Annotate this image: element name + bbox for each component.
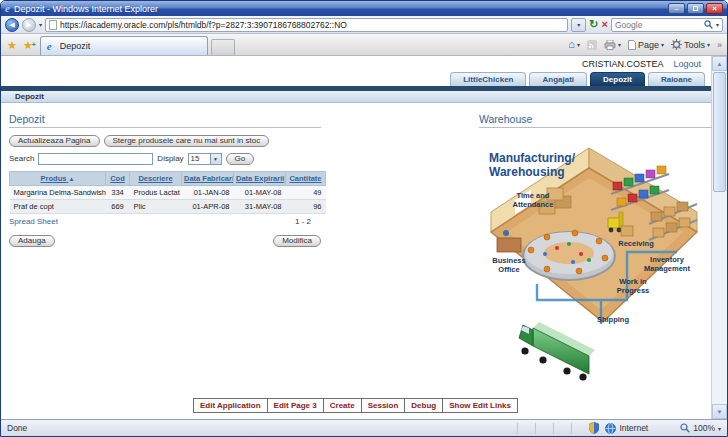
go-button[interactable]: Go (226, 153, 255, 165)
new-tab-stub[interactable] (211, 39, 235, 55)
region-depozit: Depozit Actualizeaza Pagina Sterge produ… (9, 113, 321, 247)
tab-angajati[interactable]: Angajati (529, 72, 587, 86)
address-dropdown-button[interactable]: ▾ (571, 18, 586, 32)
scroll-up-icon[interactable]: ▲ (712, 56, 727, 71)
security-zone[interactable]: Internet (605, 423, 648, 434)
protected-mode-shield-icon (589, 422, 599, 434)
zoom-dropdown-icon[interactable]: ▾ (718, 425, 721, 432)
zoom-control[interactable]: 100% ▾ (680, 423, 721, 433)
col-header-cod[interactable]: Cod (106, 171, 130, 185)
magnifier-icon[interactable] (704, 20, 713, 29)
col-header-cantitate[interactable]: Cantitate (286, 171, 326, 185)
shipping-truck (519, 322, 595, 381)
status-bar: Done Internet (1, 419, 727, 436)
refresh-icon[interactable]: ↻ (589, 19, 598, 30)
address-input[interactable]: https://iacademy.oracle.com/pls/htmldb/f… (45, 18, 568, 32)
close-button[interactable]: × (706, 3, 723, 14)
tools-dropdown-icon: ▾ (707, 41, 710, 48)
spread-sheet-link[interactable]: Spread Sheet (9, 217, 58, 226)
add-favorite-icon[interactable]: ★+ (23, 38, 33, 52)
dev-debug[interactable]: Debug (404, 398, 443, 413)
purge-products-button[interactable]: Sterge produsele care nu mai sunt in sto… (104, 135, 270, 147)
status-separator (517, 423, 529, 434)
print-button[interactable]: ▾ (604, 40, 621, 50)
cell-descriere: Produs Lactat (130, 185, 182, 199)
restore-button[interactable] (687, 3, 704, 14)
table-row: Margarina Delma-Sandwish 334 Produs Lact… (10, 185, 326, 199)
page-menu-button[interactable]: Page ▾ (628, 40, 664, 50)
modify-button[interactable]: Modifica (273, 235, 321, 247)
tab-littlechicken[interactable]: LittleChicken (450, 72, 526, 86)
pagination-range: 1 - 2 (295, 217, 321, 226)
web-page: CRISTIAN.COSTEA Logout LittleChicken Ang… (1, 56, 711, 419)
search-dropdown-icon[interactable]: ▾ (716, 21, 719, 28)
scroll-down-icon[interactable]: ▼ (712, 404, 727, 419)
browser-search-input[interactable] (615, 20, 701, 30)
sort-asc-icon: ▲ (68, 176, 74, 182)
browser-window: e Depozit - Windows Internet Explorer – … (0, 0, 728, 437)
region-title-depozit: Depozit (9, 113, 321, 128)
col-header-data-fabricarii[interactable]: Data Fabricarii (182, 171, 234, 185)
favorites-icon[interactable]: ★ (7, 38, 17, 52)
breadcrumb-item[interactable]: Depozit (15, 92, 44, 101)
address-bar: ◀ ▶ ▾ https://iacademy.oracle.com/pls/ht… (1, 16, 727, 34)
dev-edit-page[interactable]: Edit Page 3 (267, 398, 324, 413)
dev-edit-application[interactable]: Edit Application (193, 398, 268, 413)
add-button[interactable]: Adauga (9, 235, 55, 247)
status-separator (535, 423, 547, 434)
search-label: Search (9, 154, 34, 163)
select-arrow-icon: ▼ (210, 154, 221, 164)
label-shipping: Shipping (597, 315, 629, 324)
dev-show-edit-links[interactable]: Show Edit Links (442, 398, 518, 413)
dev-create[interactable]: Create (323, 398, 362, 413)
products-table: Produs ▲ Cod Descriere Data Fabricarii D… (9, 171, 326, 214)
dev-session[interactable]: Session (361, 398, 406, 413)
stop-icon[interactable]: × (602, 19, 608, 30)
col-header-produs[interactable]: Produs ▲ (10, 171, 106, 185)
display-select[interactable]: 15 ▼ (188, 153, 222, 165)
logout-link[interactable]: Logout (674, 59, 702, 69)
col-header-data-expirarii[interactable]: Data Expirarii (234, 171, 286, 185)
page-favicon-icon (49, 20, 57, 30)
scrollbar-track[interactable] (712, 193, 727, 404)
window-title: Depozit - Windows Internet Explorer (14, 4, 158, 14)
label-receiving: Receiving (618, 239, 654, 248)
refresh-page-button[interactable]: Actualizeaza Pagina (9, 135, 100, 147)
label-time-attendance-1: Time and (517, 191, 550, 200)
label-inventory-1: Inventory (650, 255, 685, 264)
label-work-progress-2: Progress (617, 286, 650, 295)
tab-depozit[interactable]: Depozit (590, 72, 645, 86)
table-row: Praf de copt 669 Plic 01-APR-08 31-MAY-0… (10, 199, 326, 213)
ie-logo-icon: e (5, 4, 10, 13)
tab-raioane[interactable]: Raioane (648, 72, 705, 86)
vertical-scrollbar[interactable]: ▲ ▼ (711, 56, 727, 419)
report-search-input[interactable] (38, 153, 153, 165)
browser-tab-depozit[interactable]: e Depozit (40, 36, 208, 55)
label-work-progress-1: Work in (619, 277, 647, 286)
feeds-button[interactable] (587, 40, 597, 50)
breadcrumb: Depozit (1, 91, 711, 103)
forward-button[interactable]: ▶ (22, 18, 36, 32)
image-title-line2: Warehousing (489, 165, 565, 179)
minimize-button[interactable]: – (668, 3, 685, 14)
cell-cantitate: 49 (286, 185, 326, 199)
history-dropdown-icon[interactable]: ▾ (39, 21, 42, 28)
search-box[interactable]: ▾ (611, 18, 723, 32)
cell-cantitate: 96 (286, 199, 326, 213)
gear-icon (671, 39, 682, 50)
tools-menu-button[interactable]: Tools ▾ (671, 39, 710, 50)
col-header-descriere[interactable]: Descriere (130, 171, 182, 185)
overflow-chevron-icon[interactable]: » (717, 40, 722, 50)
label-time-attendance-2: Attendance (513, 200, 554, 209)
label-business-office-2: Office (498, 265, 519, 274)
title-bar: e Depozit - Windows Internet Explorer – … (1, 1, 727, 16)
home-icon: ⌂ (568, 39, 575, 50)
home-dropdown-icon: ▾ (577, 41, 580, 48)
cell-cod: 334 (106, 185, 130, 199)
page-menu-label: Page (638, 40, 659, 50)
back-button[interactable]: ◀ (5, 18, 19, 32)
status-separator (571, 423, 583, 434)
warehouse-illustration: Manufacturing/ Warehousing (481, 132, 706, 384)
scrollbar-thumb[interactable] (713, 72, 726, 192)
home-button[interactable]: ⌂ ▾ (568, 39, 580, 50)
